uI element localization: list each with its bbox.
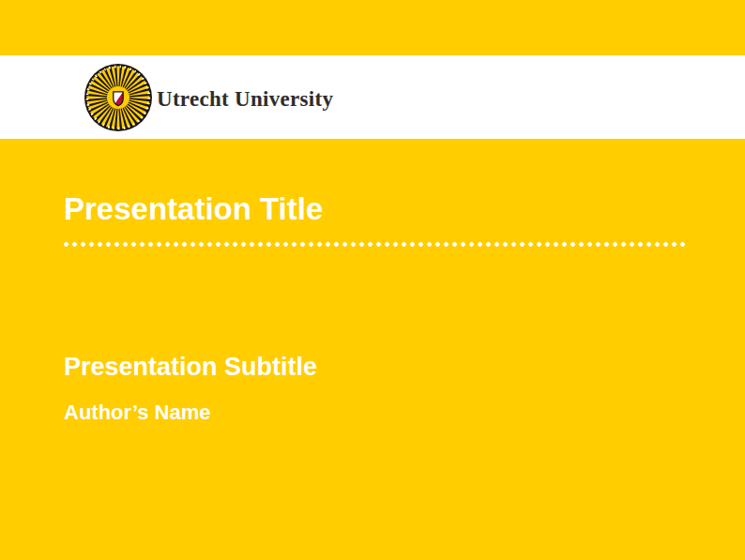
presentation-title: Presentation Title xyxy=(64,193,323,224)
dotted-divider-line xyxy=(64,242,685,247)
utrecht-university-logo: Utrecht University xyxy=(84,64,333,131)
top-yellow-band xyxy=(0,0,745,55)
presentation-subtitle: Presentation Subtitle xyxy=(64,355,317,380)
author-name: Author’s Name xyxy=(64,402,210,423)
university-wordmark: Utrecht University xyxy=(157,87,333,112)
presentation-title-slide: Utrecht University Presentation Title Pr… xyxy=(0,0,745,560)
uu-sunburst-seal-icon xyxy=(84,64,152,131)
logo-band: Utrecht University xyxy=(0,55,745,139)
